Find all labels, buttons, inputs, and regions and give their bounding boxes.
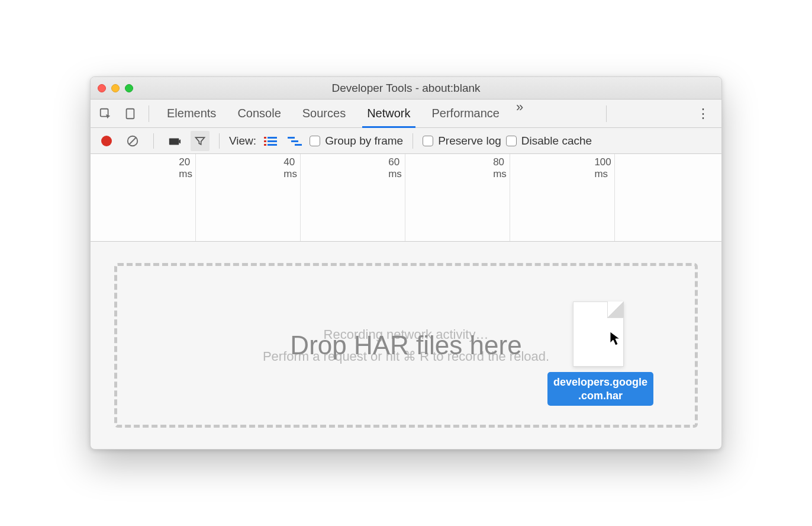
svg-rect-7 [264, 140, 266, 142]
svg-rect-10 [268, 144, 277, 146]
tabs-overflow-button[interactable]: » [510, 100, 529, 127]
tab-performance[interactable]: Performance [421, 100, 511, 127]
cursor-icon [610, 331, 621, 350]
tab-elements[interactable]: Elements [156, 100, 227, 127]
minimize-window-button[interactable] [111, 84, 120, 92]
network-content: Recording network activity… Perform a re… [91, 242, 721, 449]
separator [149, 105, 149, 122]
view-list-icon[interactable] [261, 134, 280, 148]
timeline-overview[interactable]: 20 ms 40 ms 60 ms 80 ms 100 ms [91, 154, 721, 242]
svg-rect-5 [264, 137, 266, 139]
window-controls [98, 84, 133, 92]
record-button[interactable] [96, 131, 117, 151]
har-dropzone[interactable]: Recording network activity… Perform a re… [114, 263, 698, 428]
dragged-file-label: developers.google .com.har [547, 372, 653, 406]
timeline-tick: 40 ms [283, 156, 297, 180]
network-toolbar: View: Group by frame Preserve log Disabl… [91, 128, 721, 154]
view-waterfall-icon[interactable] [285, 134, 305, 148]
svg-rect-12 [291, 140, 298, 142]
titlebar: Developer Tools - about:blank [91, 77, 721, 100]
maximize-window-button[interactable] [125, 84, 133, 92]
checkbox-label: Disable cache [521, 134, 592, 147]
devtools-window: Developer Tools - about:blank Elements C… [90, 76, 722, 450]
checkbox-icon [506, 136, 517, 146]
group-by-frame-checkbox[interactable]: Group by frame [310, 134, 403, 147]
settings-menu-icon[interactable]: ⋮ [688, 106, 718, 121]
panel-tabbar: Elements Console Sources Network Perform… [91, 100, 721, 128]
clear-icon[interactable] [121, 131, 144, 151]
svg-rect-11 [288, 137, 295, 139]
separator [606, 105, 607, 122]
svg-rect-13 [295, 144, 302, 146]
svg-rect-8 [268, 140, 277, 142]
svg-rect-6 [268, 137, 277, 139]
tab-console[interactable]: Console [227, 100, 291, 127]
svg-line-3 [130, 137, 136, 144]
filter-icon[interactable] [191, 131, 210, 151]
svg-rect-9 [264, 144, 266, 146]
dropzone-main-text: Drop HAR files here [290, 331, 521, 360]
svg-rect-1 [127, 108, 134, 118]
separator [413, 133, 413, 149]
view-label: View: [229, 134, 256, 147]
timeline-tick: 100 ms [594, 156, 611, 180]
close-window-button[interactable] [98, 84, 106, 92]
separator [153, 133, 154, 149]
inspect-element-icon[interactable] [94, 104, 117, 124]
separator [219, 133, 220, 149]
checkbox-label: Preserve log [438, 134, 501, 147]
svg-rect-4 [169, 138, 179, 145]
panel-tabs: Elements Console Sources Network Perform… [156, 100, 529, 127]
tab-network[interactable]: Network [356, 100, 421, 127]
screenshot-icon[interactable] [163, 131, 186, 151]
timeline-tick: 20 ms [179, 156, 192, 180]
tab-sources[interactable]: Sources [292, 100, 356, 127]
timeline-tick: 60 ms [388, 156, 402, 180]
timeline-tick: 80 ms [493, 156, 507, 180]
device-toggle-icon[interactable] [119, 104, 141, 124]
checkbox-icon [310, 136, 320, 146]
disable-cache-checkbox[interactable]: Disable cache [506, 134, 592, 147]
preserve-log-checkbox[interactable]: Preserve log [423, 134, 501, 147]
window-title: Developer Tools - about:blank [91, 82, 721, 95]
checkbox-label: Group by frame [325, 134, 403, 147]
checkbox-icon [423, 136, 433, 146]
